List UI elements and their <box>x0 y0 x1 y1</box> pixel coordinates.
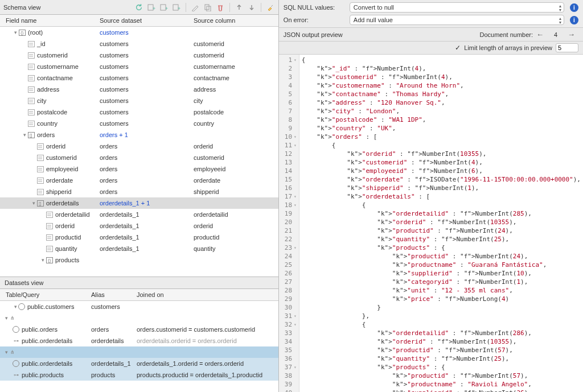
svg-rect-53 <box>47 212 53 217</box>
limit-check-icon[interactable]: ✓ <box>455 44 461 52</box>
svg-rect-36 <box>38 143 44 149</box>
expand-chevron-icon[interactable]: ▾ <box>22 132 27 138</box>
header-table-query[interactable]: Table/Query <box>0 291 91 298</box>
add-array-icon[interactable]: + <box>172 3 181 12</box>
field-name: (root) <box>28 29 43 36</box>
tree-row[interactable]: citycustomerscity <box>0 95 278 106</box>
tree-row[interactable]: postalcodecustomerspostalcode <box>0 106 278 118</box>
brush-icon[interactable] <box>266 3 275 12</box>
source-dataset[interactable]: customers <box>100 29 194 36</box>
tree-row[interactable]: orderdetailidorderdetails_1orderdetailid <box>0 209 278 220</box>
move-up-icon[interactable] <box>235 3 244 12</box>
dataset-row[interactable]: ▾public.customerscustomers <box>0 301 278 312</box>
tree-row[interactable]: addresscustomersaddress <box>0 84 278 95</box>
svg-text:+: + <box>178 6 180 11</box>
delete-icon[interactable] <box>216 3 225 12</box>
tree-row[interactable]: ▾{}(root)customers <box>0 27 278 38</box>
svg-rect-28 <box>28 109 35 115</box>
svg-rect-56 <box>47 223 53 229</box>
tree-row[interactable]: employeeidordersemployeeid <box>0 163 278 175</box>
tree-row[interactable]: quantityorderdetails_1quantity <box>0 243 278 254</box>
copy-icon[interactable] <box>203 3 212 12</box>
source-column: employeeid <box>194 166 278 172</box>
field-name: orderid <box>46 143 65 150</box>
svg-rect-16 <box>28 64 35 69</box>
header-joined-on[interactable]: Joined on <box>137 291 278 298</box>
info-icon[interactable]: i <box>570 3 578 12</box>
expand-chevron-icon[interactable]: ▾ <box>3 349 9 355</box>
add-column-icon[interactable]: + <box>147 3 156 12</box>
tree-row[interactable]: shipperidordersshipperid <box>0 186 278 197</box>
tree-row[interactable]: productidorderdetails_1productid <box>0 232 278 243</box>
field-icon <box>27 63 35 70</box>
move-down-icon[interactable] <box>247 3 256 12</box>
next-document-button[interactable]: → <box>564 30 578 39</box>
tree-row[interactable]: customeridorderscustomerid <box>0 152 278 163</box>
expand-chevron-icon[interactable]: ▾ <box>31 200 36 206</box>
source-dataset[interactable]: orderdetails_1 + 1 <box>100 200 194 207</box>
tree-row[interactable]: customeridcustomerscustomerid <box>0 49 278 61</box>
limit-input[interactable] <box>556 43 578 52</box>
tree-row[interactable]: ▾[]orderdetailsorderdetails_1 + 1 <box>0 197 278 209</box>
field-icon <box>36 177 44 184</box>
dataset-row[interactable]: ⊶public.productsproductsproducts.product… <box>0 369 278 381</box>
tree-row[interactable]: orderidordersorderid <box>0 141 278 152</box>
add-object-icon[interactable]: + <box>159 3 169 12</box>
dataset-row[interactable]: public.ordersordersorders.customerid = c… <box>0 324 278 335</box>
left-panel: Schema view + + + Field name Source data… <box>0 0 279 392</box>
tree-row[interactable]: ▾[]ordersorders + 1 <box>0 129 278 141</box>
field-icon <box>27 120 35 127</box>
dataset-row[interactable]: ▾⋔ <box>0 346 278 358</box>
anchor-icon: ⋔ <box>9 349 16 356</box>
prev-document-button[interactable]: ← <box>533 30 547 39</box>
svg-rect-22 <box>28 86 35 92</box>
source-column: orderid <box>194 222 278 229</box>
tree-row[interactable]: orderidorderdetails_1orderid <box>0 220 278 232</box>
source-dataset: customers <box>100 40 194 47</box>
datasets-tree[interactable]: ▾public.customerscustomers▾⋔public.order… <box>0 301 278 392</box>
source-dataset[interactable]: orders + 1 <box>100 131 194 138</box>
field-name: orderdetailid <box>55 211 90 218</box>
tree-row[interactable]: contactnamecustomerscontactname <box>0 72 278 84</box>
expand-chevron-icon[interactable]: ▾ <box>13 304 18 310</box>
refresh-icon[interactable] <box>134 3 143 12</box>
table-icon <box>13 360 19 367</box>
expand-chevron-icon[interactable]: ▾ <box>13 30 18 35</box>
source-dataset: customers <box>100 86 194 93</box>
field-name: _id <box>37 40 46 47</box>
field-icon <box>46 234 54 241</box>
field-icon <box>46 245 54 252</box>
edit-icon[interactable] <box>191 3 200 12</box>
field-name: orderdate <box>46 177 73 184</box>
expand-chevron-icon[interactable]: ▾ <box>40 257 46 263</box>
svg-text:+: + <box>165 6 168 11</box>
header-source-dataset[interactable]: Source dataset <box>100 17 194 24</box>
dataset-name: public.products <box>22 372 64 378</box>
info-icon[interactable]: i <box>570 16 578 24</box>
source-column: productid <box>194 234 278 241</box>
svg-rect-31 <box>28 121 35 126</box>
header-alias[interactable]: Alias <box>91 291 137 298</box>
field-name: orderid <box>55 222 75 229</box>
json-preview[interactable]: 1▾2 3 4 5 6 7 8 9 10▾11▾12 13 14 15 16 1… <box>279 55 583 392</box>
tree-row[interactable]: _idcustomerscustomerid <box>0 38 278 49</box>
null-values-select[interactable]: Convert to null ▴▾ <box>350 2 564 13</box>
header-source-column[interactable]: Source column <box>194 17 278 24</box>
dataset-row[interactable]: ⊶public.orderdetailsorderdetailsorderdet… <box>0 335 278 346</box>
dataset-row[interactable]: ▾⋔ <box>0 312 278 324</box>
tree-row[interactable]: orderdateordersorderdate <box>0 175 278 186</box>
tree-row[interactable]: ▾{}products <box>0 254 278 266</box>
dataset-alias: orderdetails_1 <box>91 360 137 367</box>
schema-tree[interactable]: ▾{}(root)customers_idcustomerscustomerid… <box>0 27 278 277</box>
expand-chevron-icon[interactable]: ▾ <box>3 315 9 321</box>
svg-text:+: + <box>153 6 155 11</box>
svg-text:{}: {} <box>48 258 51 263</box>
tree-row[interactable]: customernamecustomerscustomername <box>0 61 278 72</box>
header-field-name[interactable]: Field name <box>0 17 100 24</box>
field-icon <box>27 109 35 115</box>
dataset-name: public.orders <box>22 326 58 333</box>
on-error-select[interactable]: Add null value ▴▾ <box>350 15 564 25</box>
dataset-alias: products <box>91 372 137 378</box>
tree-row[interactable]: countrycustomerscountry <box>0 118 278 129</box>
dataset-row[interactable]: public.orderdetailsorderdetails_1orderde… <box>0 358 278 369</box>
